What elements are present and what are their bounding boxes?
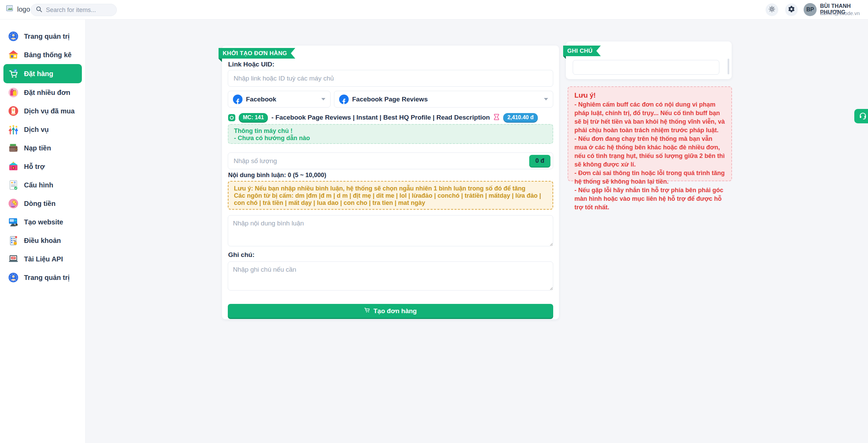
sidebar-item-terms[interactable]: Điều khoản — [0, 231, 85, 250]
sidebar-item-cashflow[interactable]: Dòng tiền — [0, 194, 85, 213]
notes-card: GHI CHÚ — [566, 41, 732, 79]
service-id-badge: MC: 141 — [239, 113, 268, 122]
ribbon-fold — [219, 59, 222, 62]
comments-count-label: Nội dung bình luận: 0 (5 ~ 10,000) — [228, 172, 326, 179]
notes-ribbon: GHI CHÚ — [563, 46, 601, 56]
facebook-icon — [339, 95, 349, 104]
sidebar-item-label: Dòng tiền — [24, 200, 55, 208]
note-label: Ghi chú: — [228, 251, 255, 259]
ribbon-fold — [563, 56, 566, 59]
notice-line: - Đơn cài sai thông tin hoặc lỗi trong q… — [574, 169, 725, 186]
sun-icon — [769, 6, 775, 14]
sidebar-item-admin-panel-2[interactable]: Trang quản trị — [0, 268, 85, 287]
profile-doc-icon — [8, 179, 19, 191]
sidebar-item-label: Trang quản trị — [24, 33, 70, 40]
sidebar-item-label: Đặt hàng — [24, 70, 53, 78]
search-input[interactable] — [46, 7, 108, 14]
notice-line: - Nếu gặp lỗi hãy nhắn tin hỗ trợ phía b… — [574, 186, 725, 212]
notice-box: Lưu ý! - Nghiêm cấm buff các đơn có nội … — [568, 86, 732, 181]
notice-title: Lưu ý! — [574, 91, 725, 99]
category-select-value: Facebook Page Reviews — [352, 96, 428, 103]
cart-icon — [364, 307, 370, 315]
sidebar-item-admin-panel[interactable]: Trang quản trị — [0, 27, 85, 46]
theme-toggle-button[interactable] — [766, 3, 778, 16]
user-email: admin@scode.vn — [820, 10, 860, 16]
order-form-card: KHỞI TẠO ĐƠN HÀNG Link Hoặc UID: Faceboo… — [222, 46, 559, 319]
note-textarea[interactable] — [228, 261, 553, 291]
chevron-down-icon — [544, 98, 548, 100]
people-stars-icon — [8, 124, 19, 135]
notes-input[interactable] — [573, 60, 719, 75]
warning-line2: Các ngôn từ bị cấm: dm |đm |đ m | d m | … — [234, 192, 547, 207]
server-info-title: Thông tin máy chủ ! — [234, 127, 547, 135]
hourglass-icon — [493, 114, 500, 122]
phone-hand-icon — [8, 105, 19, 117]
sidebar-item-label: Đặt nhiều đơn — [24, 89, 70, 97]
support-tent-icon — [8, 161, 19, 172]
sidebar-item-dashboard[interactable]: Bảng thống kê — [0, 46, 85, 64]
order-form-ribbon: KHỞI TẠO ĐƠN HÀNG — [219, 48, 295, 59]
service-name: - Facebook Page Reviews | Instant | Best… — [271, 114, 490, 121]
quantity-input[interactable] — [228, 152, 553, 169]
create-order-label: Tạo đơn hàng — [373, 307, 417, 315]
service-radio-selected[interactable] — [228, 114, 235, 121]
sidebar-item-label: Dịch vụ — [24, 126, 49, 134]
support-chat-button[interactable] — [854, 109, 868, 123]
sidebar-item-label: Điều khoản — [24, 237, 61, 245]
sidebar-item-purchased-services[interactable]: Dịch vụ đã mua — [0, 102, 85, 120]
sidebar-item-label: Trang quản trị — [24, 274, 70, 282]
wallet-icon — [8, 142, 19, 154]
avatar[interactable]: BP — [804, 3, 817, 16]
top-bar: logo BP BÙI THANH PHƯƠNG admin@scode.vn — [0, 0, 868, 20]
api-laptop-icon: API — [8, 253, 19, 265]
sidebar-item-bulk-order[interactable]: Đặt nhiều đơn — [0, 83, 85, 102]
chevron-down-icon — [321, 98, 325, 100]
logo: logo — [6, 4, 30, 14]
money-flow-icon — [8, 198, 19, 209]
service-price-badge: 2,410.40 đ — [503, 113, 538, 122]
sidebar-item-label: Nạp tiền — [24, 144, 51, 152]
facebook-icon — [233, 95, 243, 104]
warning-bold-prefix: Lưu ý: — [234, 185, 253, 192]
sidebar-item-label: Hỗ trợ — [24, 163, 45, 171]
warning-line1: Nếu bạn nhập nhiều bình luận, hệ thống s… — [255, 185, 525, 192]
api-icon-label: API — [12, 257, 15, 259]
terms-clipboard-icon — [8, 235, 19, 246]
logo-text: logo — [17, 5, 30, 13]
link-input[interactable] — [228, 70, 553, 87]
sidebar-item-label: Tạo website — [24, 218, 63, 226]
sidebar-item-create-website[interactable]: Tạo website — [0, 213, 85, 231]
notice-line: - Nghiêm cấm buff các đơn có nội dung vi… — [574, 100, 725, 135]
notice-line: - Nếu đơn đang chạy trên hệ thống mà bạn… — [574, 135, 725, 169]
scrollbar[interactable] — [728, 59, 729, 74]
platform-select[interactable]: Facebook — [228, 91, 331, 108]
admin-badge-icon — [8, 272, 19, 283]
sidebar-item-api-docs[interactable]: API Tài Liệu API — [0, 250, 85, 268]
gear-icon — [788, 6, 795, 14]
category-select[interactable]: Facebook Page Reviews — [334, 91, 553, 108]
platform-select-value: Facebook — [246, 96, 276, 103]
sidebar-item-support[interactable]: Hỗ trợ — [0, 157, 85, 176]
sidebar-item-services[interactable]: Dịch vụ — [0, 120, 85, 139]
sidebar-item-order[interactable]: Đặt hàng — [3, 64, 82, 83]
search-box[interactable] — [30, 4, 117, 16]
headset-icon — [859, 111, 867, 121]
server-info-line: - Chưa có hướng dẫn nào — [234, 135, 547, 142]
comment-textarea[interactable] — [228, 215, 553, 246]
cart-icon — [8, 68, 19, 79]
sidebar-item-deposit[interactable]: Nạp tiền — [0, 139, 85, 157]
settings-button[interactable] — [785, 3, 798, 16]
server-info-box: Thông tin máy chủ ! - Chưa có hướng dẫn … — [228, 124, 553, 144]
create-order-button[interactable]: Tạo đơn hàng — [228, 304, 553, 318]
service-row: MC: 141 - Facebook Page Reviews | Instan… — [228, 113, 538, 122]
comment-warning-box: Lưu ý: Nếu bạn nhập nhiều bình luận, hệ … — [228, 181, 553, 210]
total-price-badge: 0 đ — [529, 155, 550, 167]
search-icon — [36, 6, 42, 14]
broken-image-icon — [6, 4, 14, 14]
sidebar-item-label: Cấu hình — [24, 181, 53, 189]
shopping-bags-icon — [8, 87, 19, 98]
home-icon — [8, 49, 19, 61]
sidebar-item-config[interactable]: Cấu hình — [0, 176, 85, 194]
sidebar: Trang quản trị Bảng thống kê Đặt hàng Đặ… — [0, 20, 86, 443]
quantity-field: 0 đ — [228, 152, 553, 169]
